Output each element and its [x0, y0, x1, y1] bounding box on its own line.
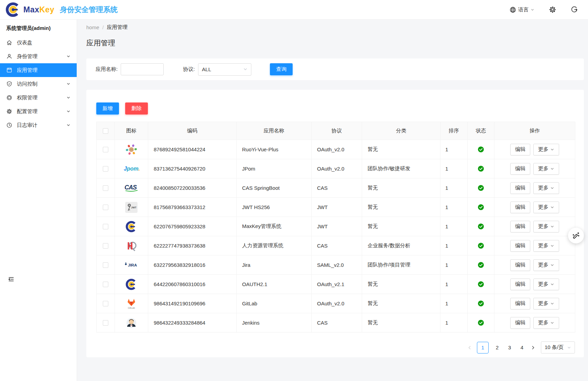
edit-button[interactable]: 编辑 — [510, 279, 530, 290]
more-button[interactable]: 更多 — [533, 163, 559, 175]
row-checkbox[interactable] — [103, 166, 108, 172]
row-checkbox[interactable] — [103, 282, 108, 287]
edit-button[interactable]: 编辑 — [510, 163, 530, 175]
more-button[interactable]: 更多 — [533, 317, 559, 329]
sidebar-item-audit[interactable]: 日志审计 — [0, 118, 77, 132]
sidebar-item-dashboard[interactable]: 仪表盘 — [0, 36, 77, 50]
collapse-sidebar-icon[interactable] — [8, 276, 14, 283]
more-button[interactable]: 更多 — [533, 279, 559, 290]
cell-actions: 编辑更多 — [494, 159, 575, 178]
check-circle-icon — [478, 223, 484, 230]
clock-icon — [6, 122, 12, 128]
user-icon — [6, 53, 12, 59]
edit-button[interactable]: 编辑 — [510, 259, 530, 271]
add-button[interactable]: 新增 — [96, 102, 119, 115]
cell-sort: 1 — [440, 178, 468, 198]
cell-name: CAS SpringBoot — [237, 178, 312, 198]
maxkey-logo — [126, 221, 137, 232]
magic-wand-button[interactable] — [568, 228, 584, 243]
cell-category: 企业服务/数据分析 — [362, 236, 440, 255]
edit-button[interactable]: 编辑 — [510, 202, 530, 213]
edit-button[interactable]: 编辑 — [510, 298, 530, 309]
cell-actions: 编辑更多 — [494, 217, 575, 236]
edit-button[interactable]: 编辑 — [510, 144, 530, 155]
row-select-cell — [97, 217, 115, 236]
table-card: 新增 删除 图标 编码 应用名称 协议 分类 排序 — [86, 90, 584, 357]
sidebar-item-permissions[interactable]: 权限管理 — [0, 91, 77, 105]
page-button-3[interactable]: 3 — [506, 345, 513, 350]
sidebar-item-config[interactable]: 配置管理 — [0, 105, 77, 118]
col-header-category: 分类 — [362, 122, 440, 140]
cell-logo: JWT — [115, 198, 148, 217]
chevron-down-icon — [66, 54, 70, 58]
chevron-down-icon — [550, 263, 554, 267]
pagination: 1234 10 条/页 — [96, 341, 575, 353]
breadcrumb-home-link[interactable]: home — [86, 24, 99, 30]
row-checkbox[interactable] — [103, 185, 108, 191]
cell-code: 837136275440926720 — [148, 159, 237, 178]
search-button[interactable]: 查询 — [270, 63, 293, 75]
col-header-protocol: 协议 — [312, 122, 362, 140]
jwt-logo: JWT — [125, 202, 138, 213]
cell-status — [468, 198, 494, 217]
edit-button[interactable]: 编辑 — [510, 317, 530, 329]
more-button[interactable]: 更多 — [533, 259, 559, 271]
cell-code: 622076759805923328 — [148, 217, 237, 236]
sidebar-item-apps[interactable]: 应用管理 — [0, 63, 77, 77]
app-name-input[interactable] — [121, 63, 164, 75]
cell-sort: 1 — [440, 159, 468, 178]
maxkey-logo-icon — [6, 2, 21, 17]
sidebar-item-access[interactable]: 访问控制 — [0, 77, 77, 91]
cell-protocol: OAuth_v2.0 — [312, 140, 362, 159]
more-button[interactable]: 更多 — [533, 182, 559, 194]
jpom-logo: Jpom. — [123, 165, 139, 173]
col-header-status: 状态 — [468, 122, 494, 140]
edit-button[interactable]: 编辑 — [510, 221, 530, 232]
check-circle-icon — [478, 185, 484, 191]
next-page-button[interactable] — [531, 345, 535, 350]
delete-button[interactable]: 删除 — [125, 102, 148, 115]
sidebar-item-label: 权限管理 — [17, 95, 37, 101]
row-checkbox[interactable] — [103, 243, 108, 249]
header-actions: 语言 — [510, 6, 578, 13]
select-all-checkbox[interactable] — [103, 128, 108, 134]
cell-logo: GitLab — [115, 294, 148, 313]
edit-button[interactable]: 编辑 — [510, 240, 530, 252]
gear-icon — [6, 108, 12, 115]
brand-subtitle: 身份安全管理系统 — [60, 5, 118, 14]
row-checkbox[interactable] — [103, 320, 108, 326]
more-button[interactable]: 更多 — [533, 202, 559, 213]
more-button[interactable]: 更多 — [533, 221, 559, 232]
more-button[interactable]: 更多 — [533, 144, 559, 155]
chevron-down-icon — [550, 186, 554, 190]
language-switcher[interactable]: 语言 — [510, 7, 534, 13]
page-button-2[interactable]: 2 — [493, 345, 501, 350]
logout-button[interactable] — [571, 6, 578, 13]
cell-logo: CAS — [115, 178, 148, 198]
cell-name: MaxKey管理系统 — [237, 217, 312, 236]
row-checkbox[interactable] — [103, 301, 108, 306]
gitlab-logo: GitLab — [125, 297, 138, 310]
cell-sort: 1 — [440, 236, 468, 255]
protocol-select[interactable]: ALL — [198, 63, 251, 76]
svg-text:JIRA: JIRA — [128, 263, 137, 267]
prev-page-button[interactable] — [467, 345, 472, 350]
check-circle-icon — [478, 281, 484, 287]
table-row: 876892492581044224RuoYi-Vue-PlusOAuth_v2… — [97, 140, 575, 159]
edit-button[interactable]: 编辑 — [510, 182, 530, 194]
sidebar-item-identity[interactable]: 身份管理 — [0, 50, 77, 63]
row-checkbox[interactable] — [103, 147, 108, 152]
page-button-1[interactable]: 1 — [477, 342, 489, 353]
more-button[interactable]: 更多 — [533, 298, 559, 309]
row-checkbox[interactable] — [103, 224, 108, 229]
row-checkbox[interactable] — [103, 262, 108, 268]
page-size-select[interactable]: 10 条/页 — [541, 341, 575, 353]
cell-logo — [115, 140, 148, 159]
row-checkbox[interactable] — [103, 205, 108, 210]
settings-button[interactable] — [549, 6, 556, 13]
table-row: 644220607860310016OAUTH2.1OAuth_v2.1暂无1编… — [97, 275, 575, 294]
more-button[interactable]: 更多 — [533, 240, 559, 252]
page-button-4[interactable]: 4 — [518, 345, 526, 350]
globe-icon — [510, 7, 516, 13]
cell-logo: JIRA — [115, 255, 148, 275]
